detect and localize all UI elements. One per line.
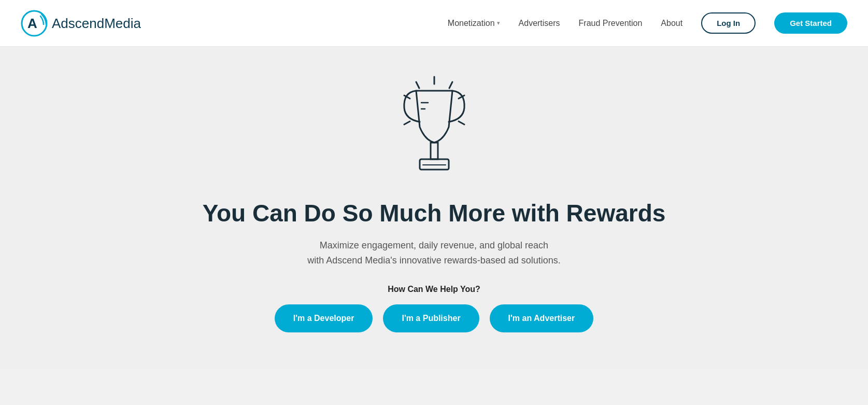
cta-buttons: I'm a Developer I'm a Publisher I'm an A… — [275, 304, 593, 332]
nav-item-fraud-prevention[interactable]: Fraud Prevention — [579, 19, 643, 28]
publisher-button[interactable]: I'm a Publisher — [383, 304, 479, 332]
svg-line-7 — [459, 121, 464, 124]
hero-subtitle: Maximize engagement, daily revenue, and … — [307, 238, 561, 268]
logo-icon: A — [21, 10, 48, 37]
advertiser-button[interactable]: I'm an Advertiser — [490, 304, 594, 332]
nav-item-advertisers[interactable]: Advertisers — [519, 19, 560, 28]
svg-line-5 — [416, 82, 419, 88]
svg-text:A: A — [27, 16, 37, 31]
svg-rect-11 — [431, 143, 438, 159]
logo[interactable]: A AdscendMedia — [21, 10, 141, 37]
svg-line-8 — [404, 121, 410, 124]
svg-line-3 — [449, 82, 452, 88]
main-nav: Monetization ▾ Advertisers Fraud Prevent… — [448, 12, 847, 34]
developer-button[interactable]: I'm a Developer — [275, 304, 373, 332]
nav-item-about[interactable]: About — [661, 19, 682, 28]
nav-item-monetization[interactable]: Monetization ▾ — [448, 19, 500, 28]
hero-section: You Can Do So Much More with Rewards Max… — [0, 47, 868, 369]
trophy-icon — [388, 73, 481, 184]
get-started-button[interactable]: Get Started — [774, 12, 847, 34]
header: A AdscendMedia Monetization ▾ Advertiser… — [0, 0, 868, 47]
login-button[interactable]: Log In — [701, 12, 756, 34]
logo-text: AdscendMedia — [52, 17, 141, 30]
hero-cta-label: How Can We Help You? — [388, 285, 480, 294]
hero-title: You Can Do So Much More with Rewards — [203, 199, 666, 228]
chevron-down-icon: ▾ — [497, 20, 500, 26]
